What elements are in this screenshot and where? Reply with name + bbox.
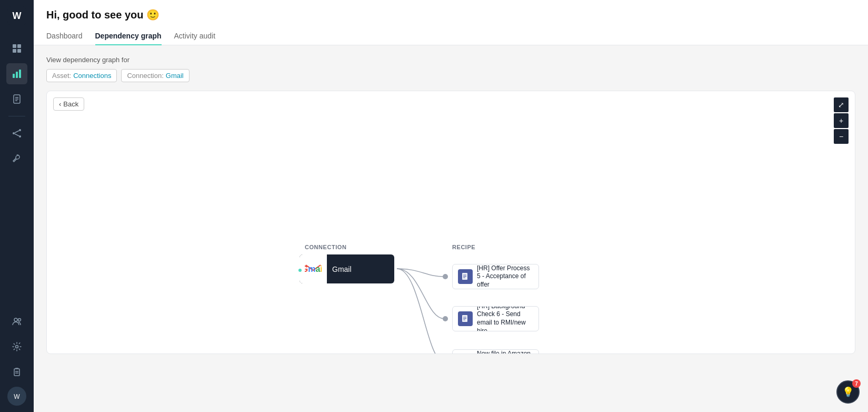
svg-point-14 (19, 129, 21, 131)
sidebar-item-docs[interactable] (6, 89, 27, 110)
sidebar-item-tools[interactable] (6, 148, 27, 169)
sidebar-item-clipboard[interactable] (6, 361, 27, 382)
svg-point-18 (14, 318, 17, 321)
graph-container: ‹ Back ⤢ + − (46, 91, 855, 354)
tab-bar: Dashboard Dependency graph Activity audi… (46, 27, 855, 45)
asset-filter[interactable]: Asset: Connections (46, 69, 117, 82)
back-button[interactable]: ‹ Back (53, 97, 84, 111)
back-label: Back (63, 100, 78, 108)
recipe-node-3[interactable]: New file in Amazon S3 will send email vi… (452, 349, 539, 354)
svg-rect-3 (17, 44, 21, 48)
recipe-label-1: [HR] Offer Process 5 - Acceptance of off… (477, 264, 533, 289)
zoom-controls: ⤢ + − (834, 97, 849, 144)
sidebar-item-users[interactable] (6, 311, 27, 332)
zoom-out-button[interactable]: − (834, 129, 849, 144)
svg-text:W: W (13, 11, 22, 21)
svg-point-19 (18, 319, 21, 321)
view-label: View dependency graph for (46, 56, 855, 64)
content-area: View dependency graph for Asset: Connect… (34, 45, 868, 412)
recipe-section-label: RECIPE (452, 244, 475, 250)
svg-line-16 (15, 131, 19, 133)
diagram-svg (47, 91, 855, 354)
svg-text:Gmail: Gmail (305, 264, 322, 273)
sidebar-item-analytics[interactable] (6, 63, 27, 84)
tab-dependency-graph[interactable]: Dependency graph (95, 27, 162, 45)
page-title: Hi, good to see you 🙂 (46, 8, 855, 21)
zoom-expand-button[interactable]: ⤢ (834, 97, 849, 112)
svg-point-20 (16, 346, 18, 348)
svg-rect-21 (14, 369, 19, 376)
connection-status-dot (297, 268, 303, 273)
connection-filter-value: Gmail (166, 72, 184, 80)
help-icon: 💡 (842, 386, 854, 398)
main-content: Hi, good to see you 🙂 Dashboard Dependen… (34, 0, 868, 412)
asset-filter-key: Asset: (52, 72, 71, 80)
asset-filter-value: Connections (73, 72, 111, 80)
svg-point-29 (443, 316, 448, 321)
help-badge[interactable]: 💡 7 (836, 380, 860, 404)
tab-activity-audit[interactable]: Activity audit (174, 27, 216, 45)
connection-filter[interactable]: Connection: Gmail (121, 69, 189, 82)
sidebar-divider (8, 116, 25, 116)
page-header: Hi, good to see you 🙂 Dashboard Dependen… (34, 0, 868, 45)
tab-dashboard[interactable]: Dashboard (46, 27, 83, 45)
back-chevron-icon: ‹ (59, 100, 61, 108)
sidebar-item-apps[interactable] (6, 38, 27, 59)
sidebar: W (0, 0, 34, 412)
svg-rect-4 (13, 49, 16, 53)
recipe-node-1[interactable]: [HR] Offer Process 5 - Acceptance of off… (452, 264, 539, 289)
app-logo[interactable]: W (7, 6, 26, 25)
svg-point-15 (19, 135, 21, 138)
svg-point-28 (443, 274, 448, 279)
connection-section-label: CONNECTION (305, 244, 346, 250)
svg-rect-7 (16, 72, 18, 78)
svg-line-17 (15, 134, 19, 136)
svg-rect-5 (17, 49, 21, 53)
connection-node[interactable]: Gmail Gmail (300, 254, 394, 283)
connection-name: Gmail (327, 265, 357, 273)
svg-text:W: W (14, 393, 20, 400)
svg-rect-2 (13, 44, 16, 48)
recipe-node-2[interactable]: [HR] Background Check 6 - Send email to … (452, 306, 539, 331)
gmail-icon-area: Gmail (300, 254, 327, 283)
connection-filter-key: Connection: (127, 72, 163, 80)
recipe-icon-1 (458, 269, 473, 284)
svg-rect-6 (13, 74, 15, 78)
zoom-in-button[interactable]: + (834, 113, 849, 128)
recipe-label-3: New file in Amazon S3 will send email vi… (477, 350, 533, 354)
sidebar-item-settings[interactable] (6, 336, 27, 357)
user-avatar[interactable]: W (7, 387, 26, 406)
filter-row: Asset: Connections Connection: Gmail (46, 69, 855, 82)
sidebar-item-share[interactable] (6, 123, 27, 144)
recipe-icon-2 (458, 311, 473, 326)
recipe-label-2: [HR] Background Check 6 - Send email to … (477, 306, 533, 331)
help-badge-count: 7 (852, 379, 861, 388)
svg-rect-8 (19, 70, 21, 78)
svg-point-13 (13, 132, 15, 134)
